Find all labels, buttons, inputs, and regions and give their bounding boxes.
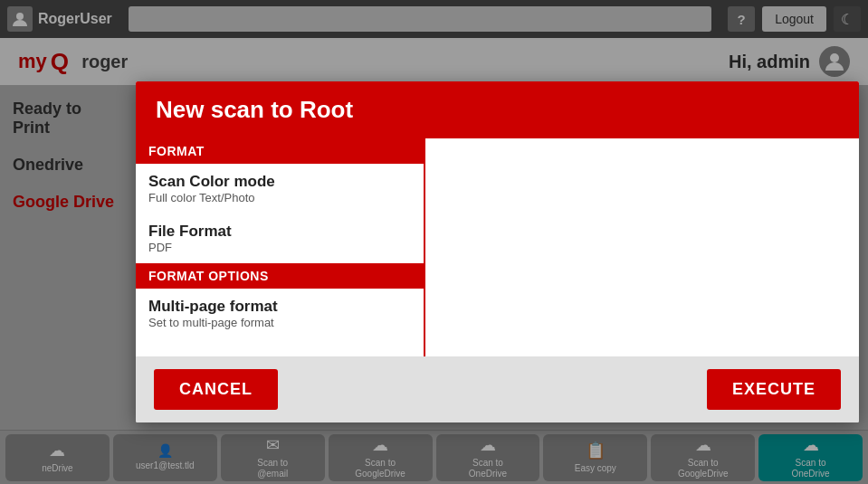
extra-item[interactable]: ...: [136, 338, 424, 356]
modal-right-panel: [425, 138, 859, 356]
page-wrapper: RogerUser ? Logout ☾ myQ roger Hi, admin: [0, 0, 868, 484]
extra-item-title: ...: [148, 347, 411, 356]
scan-color-title: Scan Color mode: [148, 173, 411, 191]
multi-page-title: Multi-page format: [148, 298, 411, 316]
modal-footer: CANCEL EXECUTE: [136, 356, 859, 422]
scan-color-sub: Full color Text/Photo: [148, 191, 411, 204]
multi-page-sub: Set to multi-page format: [148, 316, 411, 329]
execute-button[interactable]: EXECUTE: [707, 369, 841, 410]
modal-left-panel: FORMAT Scan Color mode Full color Text/P…: [136, 138, 425, 356]
format-options-section-header: FORMAT OPTIONS: [136, 263, 424, 289]
scan-color-mode-item[interactable]: Scan Color mode Full color Text/Photo: [136, 164, 424, 214]
file-format-item[interactable]: File Format PDF: [136, 214, 424, 263]
multi-page-format-item[interactable]: Multi-page format Set to multi-page form…: [136, 289, 424, 338]
file-format-sub: PDF: [148, 241, 411, 254]
format-section-header: FORMAT: [136, 138, 424, 164]
modal-body: FORMAT Scan Color mode Full color Text/P…: [136, 138, 859, 356]
cancel-button[interactable]: CANCEL: [154, 369, 278, 410]
modal-title: New scan to Root: [156, 96, 353, 123]
scan-modal: New scan to Root FORMAT Scan Color mode …: [136, 81, 859, 422]
modal-header: New scan to Root: [136, 81, 859, 138]
file-format-title: File Format: [148, 223, 411, 241]
